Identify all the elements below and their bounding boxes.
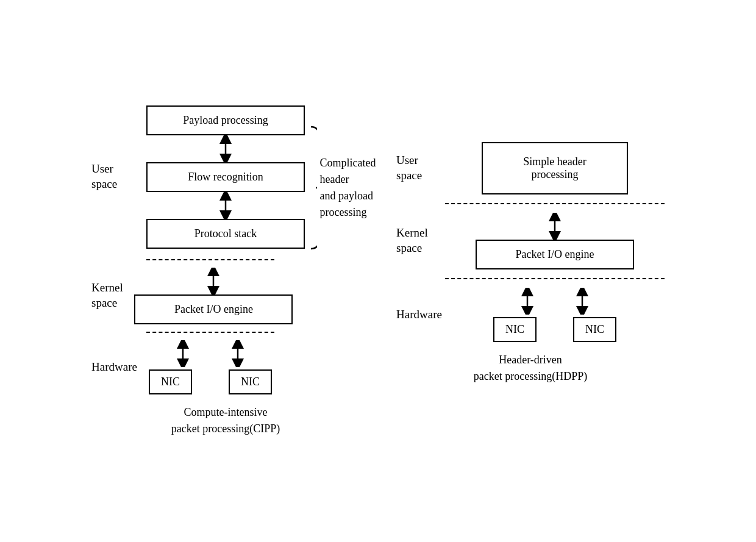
right-nic1-box: NIC xyxy=(493,317,537,342)
left-diagram: User space Payload processing xyxy=(91,105,360,437)
arrow-packetio-nic1-left xyxy=(174,340,192,367)
arrow-packetio-nic2-right xyxy=(573,288,591,315)
simple-header-box: Simple header processing xyxy=(482,142,628,194)
left-dashed-line-1 xyxy=(146,259,274,260)
right-nic2-box: NIC xyxy=(573,317,616,342)
left-nic1-box: NIC xyxy=(149,369,192,394)
flow-recognition-box: Flow recognition xyxy=(146,162,305,192)
brace-svg xyxy=(308,124,317,252)
right-kernel-space-label: Kernel space xyxy=(396,226,445,255)
left-hardware-label: Hardware xyxy=(91,360,146,374)
right-diagram: User space Simple header processing Kern… xyxy=(396,105,665,385)
right-hardware-label: Hardware xyxy=(396,308,445,321)
left-kernel-space-label: Kernel space xyxy=(91,280,134,310)
right-user-space-label: User space xyxy=(396,153,445,183)
brace-text: Complicated header and payload processin… xyxy=(319,155,382,221)
left-caption: Compute-intensive packet processing(CIPP… xyxy=(171,404,280,437)
main-container: User space Payload processing xyxy=(55,81,701,462)
right-packet-io-box: Packet I/O engine xyxy=(476,240,634,269)
right-dashed-line-1 xyxy=(445,203,665,204)
arrow-payload-flow xyxy=(216,135,235,162)
left-nic2-box: NIC xyxy=(229,369,272,394)
payload-processing-box: Payload processing xyxy=(146,105,305,135)
arrow-simple-header-packetio xyxy=(546,213,564,240)
right-caption: Header-driven packet processing(HDPP) xyxy=(474,352,587,385)
left-user-space-label: User space xyxy=(91,105,146,249)
arrow-flow-protocol xyxy=(216,192,235,219)
right-nic-row: NIC NIC xyxy=(493,317,616,342)
left-packet-io-box: Packet I/O engine xyxy=(134,294,293,324)
arrow-packetio-nic2-left xyxy=(229,340,247,367)
protocol-stack-box: Protocol stack xyxy=(146,219,305,249)
left-nic-row: NIC NIC xyxy=(149,369,272,394)
arrow-packetio-nic1-right xyxy=(518,288,537,315)
arrow-protocol-packetio xyxy=(204,268,223,294)
right-dashed-line-2 xyxy=(445,278,665,279)
left-dashed-line-2 xyxy=(146,332,274,333)
brace-area: Complicated header and payload processin… xyxy=(308,105,382,252)
